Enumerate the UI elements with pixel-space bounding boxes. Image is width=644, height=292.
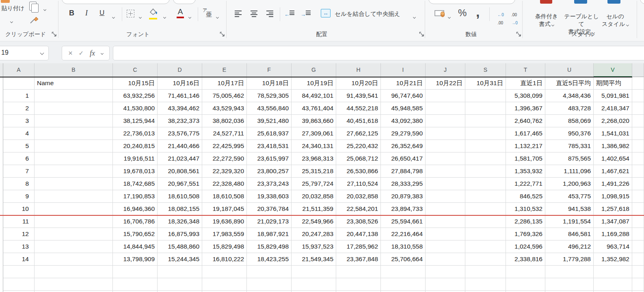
column-header-B[interactable]: B xyxy=(35,63,113,77)
cell[interactable] xyxy=(465,127,506,140)
cell[interactable] xyxy=(35,102,113,115)
cell[interactable] xyxy=(426,90,465,102)
cell[interactable]: 1,769,326 xyxy=(506,228,545,240)
cell[interactable]: 10月22日 xyxy=(426,77,465,90)
font-name-combobox[interactable] xyxy=(62,0,170,4)
cell[interactable]: 2 xyxy=(3,102,35,115)
cell[interactable]: 10月17日 xyxy=(202,77,247,90)
cell[interactable]: 18,310,558 xyxy=(381,240,426,253)
cell[interactable]: 22,736,013 xyxy=(113,127,158,140)
cell[interactable]: 14,844,945 xyxy=(113,240,158,253)
phonetic-guide-icon[interactable]: ア 亜 xyxy=(203,7,214,19)
cell[interactable]: 39,863,660 xyxy=(292,115,336,127)
cell[interactable]: 28,333,295 xyxy=(381,178,426,190)
name-box-chevron[interactable] xyxy=(40,51,44,55)
cell[interactable]: 26,352,649 xyxy=(381,140,426,152)
cell[interactable]: 22,549,966 xyxy=(292,215,336,228)
cell[interactable]: 20,032,858 xyxy=(336,190,381,203)
number-format-combobox[interactable] xyxy=(428,0,515,4)
cell[interactable]: 27,884,798 xyxy=(381,165,426,178)
cell[interactable]: 10月16日 xyxy=(158,77,202,90)
cell[interactable]: 25,706,664 xyxy=(381,253,426,266)
cell[interactable]: 2,268,020 xyxy=(594,115,632,127)
cell[interactable]: 23,367,848 xyxy=(336,253,381,266)
cell[interactable]: 1,386,982 xyxy=(594,140,632,152)
cell[interactable]: 846,581 xyxy=(545,228,594,240)
cell[interactable]: 10月20日 xyxy=(336,77,381,90)
cell[interactable]: 22,216,464 xyxy=(381,228,426,240)
cell[interactable]: 11 xyxy=(3,215,35,228)
cell[interactable] xyxy=(202,278,247,291)
cell[interactable]: 1,617,465 xyxy=(506,127,545,140)
cell[interactable] xyxy=(465,253,506,266)
cell[interactable]: 15,488,860 xyxy=(158,240,202,253)
cell[interactable]: 23,615,997 xyxy=(247,152,292,165)
cell[interactable]: 26,530,866 xyxy=(336,165,381,178)
cell[interactable]: 15,829,498 xyxy=(247,240,292,253)
column-header-E[interactable]: E xyxy=(202,63,247,77)
paste-icon[interactable] xyxy=(1,0,10,3)
cell[interactable]: 21,023,447 xyxy=(158,152,202,165)
merge-center-button[interactable]: セルを結合して中央揃え xyxy=(335,10,400,18)
cell[interactable]: 15,829,498 xyxy=(202,240,247,253)
cell[interactable]: 78,529,305 xyxy=(247,90,292,102)
cell[interactable]: 20,247,283 xyxy=(292,228,336,240)
decrease-indent-button[interactable]: ← xyxy=(284,11,297,17)
column-header-D[interactable]: D xyxy=(158,63,202,77)
cell[interactable]: 20,240,815 xyxy=(113,140,158,152)
cell[interactable]: 2,286,135 xyxy=(506,215,545,228)
cell[interactable]: 23,418,531 xyxy=(247,140,292,152)
cell[interactable]: 21,029,173 xyxy=(247,215,292,228)
cell-styles-button[interactable]: セルの スタイル xyxy=(601,5,629,28)
cell[interactable] xyxy=(426,266,465,278)
cell[interactable]: 9 xyxy=(3,190,35,203)
cell[interactable]: 20,032,858 xyxy=(292,190,336,203)
cell[interactable]: 43,556,840 xyxy=(247,102,292,115)
cell[interactable]: 846,525 xyxy=(506,190,545,203)
cell[interactable]: 75,005,462 xyxy=(202,90,247,102)
cell[interactable] xyxy=(35,190,113,203)
cell[interactable]: 1 xyxy=(3,90,35,102)
cell[interactable]: 950,376 xyxy=(545,127,594,140)
column-header-F[interactable]: F xyxy=(247,63,292,77)
cell[interactable] xyxy=(465,152,506,165)
italic-button[interactable]: I xyxy=(85,9,88,17)
column-header-H[interactable]: H xyxy=(336,63,381,77)
cell[interactable]: 27,110,524 xyxy=(336,178,381,190)
cell[interactable] xyxy=(426,127,465,140)
cell[interactable]: 13,798,909 xyxy=(113,253,158,266)
cell[interactable] xyxy=(426,140,465,152)
cell[interactable] xyxy=(35,152,113,165)
copy-dropdown-chevron[interactable] xyxy=(44,5,46,12)
cell[interactable] xyxy=(35,178,113,190)
cell[interactable]: 1,098,915 xyxy=(594,190,632,203)
cell[interactable]: 1,396,367 xyxy=(506,102,545,115)
cell[interactable]: 1,024,596 xyxy=(506,240,545,253)
cell[interactable] xyxy=(465,278,506,291)
cell[interactable] xyxy=(426,215,465,228)
cell[interactable]: 22,329,320 xyxy=(202,165,247,178)
cell[interactable]: 25,618,937 xyxy=(247,127,292,140)
cell[interactable]: 1,581,705 xyxy=(506,152,545,165)
cell[interactable] xyxy=(3,266,35,278)
cell[interactable]: 直近5日平均 xyxy=(545,77,594,90)
comma-style-button[interactable]: , xyxy=(476,4,480,20)
alignment-dialog-launcher-icon[interactable] xyxy=(419,32,424,37)
bold-button[interactable]: B xyxy=(69,9,74,17)
cell[interactable]: 40,451,618 xyxy=(336,115,381,127)
cell[interactable]: 25,315,218 xyxy=(292,165,336,178)
cell[interactable]: 25,594,661 xyxy=(381,215,426,228)
column-header-U[interactable]: U xyxy=(545,63,594,77)
cell[interactable]: 18,610,508 xyxy=(202,190,247,203)
cell[interactable]: 23,576,775 xyxy=(158,127,202,140)
cell[interactable]: 10月21日 xyxy=(381,77,426,90)
accounting-format-icon[interactable] xyxy=(434,10,446,18)
copy-icon[interactable] xyxy=(29,2,37,11)
cell[interactable] xyxy=(506,278,545,291)
cell[interactable] xyxy=(465,140,506,152)
cell[interactable]: 785,331 xyxy=(545,140,594,152)
cell[interactable]: 43,761,404 xyxy=(292,102,336,115)
cell[interactable]: 43,529,943 xyxy=(202,102,247,115)
cell[interactable] xyxy=(465,266,506,278)
cell[interactable]: 26,650,417 xyxy=(381,152,426,165)
